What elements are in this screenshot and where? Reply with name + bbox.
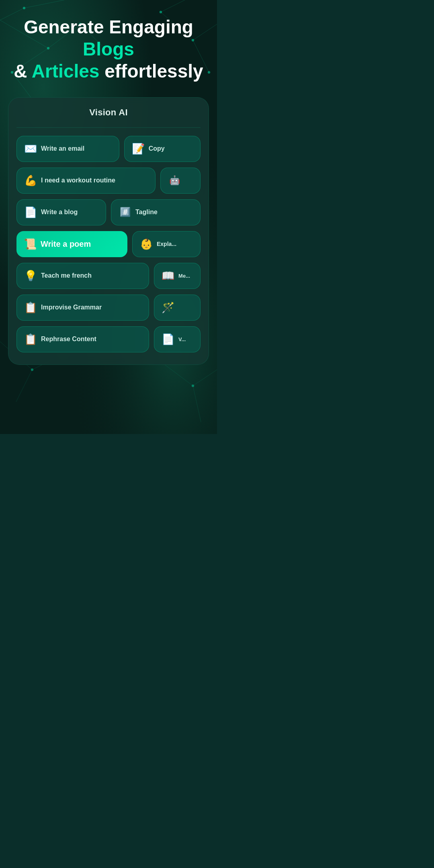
wand-icon: 🪄 bbox=[162, 301, 174, 314]
blog-icon: 📄 bbox=[24, 206, 37, 219]
button-row-3: 📄 Write a blog #️⃣ Tagline bbox=[16, 199, 201, 225]
partial-row2-button[interactable]: 🤖 bbox=[160, 168, 201, 194]
button-row-7: 📋 Rephrase Content 📄 V... bbox=[16, 326, 201, 352]
svg-point-29 bbox=[192, 385, 194, 387]
button-row-1: ✉️ Write an email 📝 Copy bbox=[16, 136, 201, 162]
workout-label: I need a workout routine bbox=[41, 177, 115, 184]
card-divider bbox=[16, 127, 201, 128]
tagline-label: Tagline bbox=[135, 209, 158, 216]
button-row-6: 📋 Improvise Grammar 🪄 bbox=[16, 295, 201, 321]
copy-button[interactable]: 📝 Copy bbox=[124, 136, 201, 162]
hashtag-icon: #️⃣ bbox=[119, 207, 131, 217]
hero-line2-accent: Articles bbox=[32, 61, 100, 82]
me-partial-label: Me... bbox=[178, 273, 190, 279]
envelope-icon: ✉️ bbox=[24, 143, 37, 155]
clipboard-icon: 📋 bbox=[24, 333, 37, 346]
card-title: Vision AI bbox=[16, 107, 201, 118]
write-blog-label: Write a blog bbox=[41, 209, 78, 216]
bulb-icon: 💡 bbox=[24, 270, 37, 282]
main-card: Vision AI ✉️ Write an email 📝 Copy 💪 I n… bbox=[8, 97, 209, 365]
doc-partial-icon: 📄 bbox=[162, 333, 174, 346]
copy-label: Copy bbox=[149, 145, 165, 152]
magic-button[interactable]: 🪄 bbox=[154, 295, 201, 321]
teach-french-label: Teach me french bbox=[41, 272, 92, 279]
robot-icon: 🤖 bbox=[168, 175, 181, 186]
write-blog-button[interactable]: 📄 Write a blog bbox=[16, 199, 106, 225]
write-poem-button[interactable]: 📜 Write a poem bbox=[16, 231, 127, 257]
workout-button[interactable]: 💪 I need a workout routine bbox=[16, 168, 156, 194]
doc-partial-label: V... bbox=[178, 336, 186, 342]
write-email-label: Write an email bbox=[41, 145, 84, 152]
hero-line1-accent: Blogs bbox=[83, 39, 134, 59]
baby-icon: 👶 bbox=[140, 238, 153, 250]
buttons-grid: ✉️ Write an email 📝 Copy 💪 I need a work… bbox=[16, 136, 201, 352]
explain-button[interactable]: 👶 Expla... bbox=[132, 231, 201, 257]
hero-line2-white: effortlessly bbox=[99, 61, 203, 82]
grammar-icon: 📋 bbox=[24, 301, 37, 314]
doc-partial-button[interactable]: 📄 V... bbox=[154, 326, 201, 352]
button-row-5: 💡 Teach me french 📖 Me... bbox=[16, 263, 201, 289]
grammar-label: Improvise Grammar bbox=[41, 304, 102, 311]
button-row-4: 📜 Write a poem 👶 Expla... bbox=[16, 231, 201, 257]
hero-title: Generate Engaging Blogs & Articles effor… bbox=[8, 16, 209, 83]
button-row-2: 💪 I need a workout routine 🤖 bbox=[16, 168, 201, 194]
scroll-icon: 📜 bbox=[24, 238, 37, 250]
muscle-icon: 💪 bbox=[24, 174, 37, 187]
me-partial-button[interactable]: 📖 Me... bbox=[154, 263, 201, 289]
write-poem-label: Write a poem bbox=[41, 240, 91, 249]
book-icon: 📖 bbox=[162, 270, 174, 282]
copy-icon: 📝 bbox=[132, 143, 145, 155]
tagline-button[interactable]: #️⃣ Tagline bbox=[111, 199, 201, 225]
grammar-button[interactable]: 📋 Improvise Grammar bbox=[16, 295, 149, 321]
rephrase-button[interactable]: 📋 Rephrase Content bbox=[16, 326, 149, 352]
write-email-button[interactable]: ✉️ Write an email bbox=[16, 136, 119, 162]
explain-label: Expla... bbox=[157, 241, 176, 247]
hero-line1-white: Generate Engaging bbox=[24, 16, 193, 37]
rephrase-label: Rephrase Content bbox=[41, 336, 96, 343]
teach-french-button[interactable]: 💡 Teach me french bbox=[16, 263, 149, 289]
